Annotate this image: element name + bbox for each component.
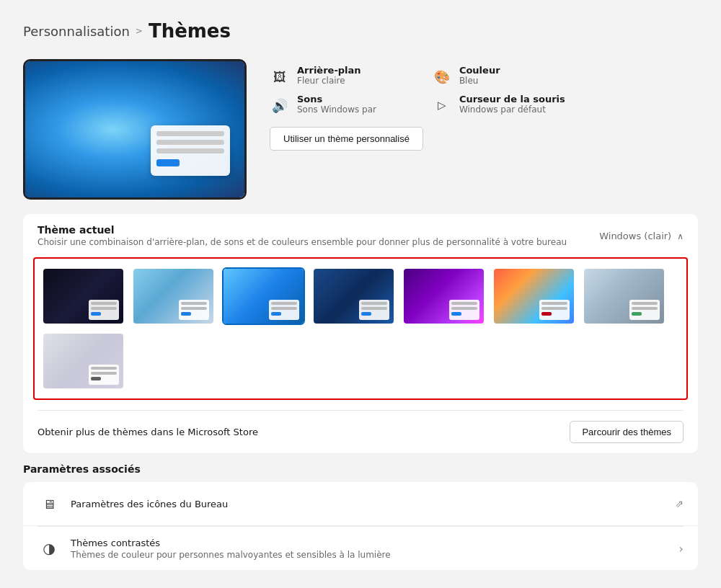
- mini-line-2: [91, 307, 117, 310]
- theme-item-4[interactable]: [312, 267, 395, 325]
- mini-btn: [91, 312, 101, 316]
- related-settings-card: Paramètres des icônes du Bureau Thèmes c…: [23, 482, 698, 570]
- background-label: Arrière-plan: [297, 65, 361, 76]
- contrast-themes-label: Thèmes contrastés: [71, 538, 679, 548]
- settings-info-container: Arrière-plan Fleur claire Couleur Bleu S…: [270, 59, 565, 151]
- theme-title: Thème actuel: [37, 224, 567, 236]
- cursor-text: Curseur de la souris Windows par défaut: [459, 94, 565, 115]
- preview-window-btn: [156, 159, 180, 166]
- desktop-icons-label: Paramètres des icônes du Bureau: [71, 499, 675, 509]
- background-icon: [270, 66, 290, 86]
- contrast-themes-sub: Thèmes de couleur pour personnes malvoya…: [71, 550, 679, 560]
- mini-btn: [541, 312, 552, 316]
- mini-line-1: [451, 302, 477, 305]
- cursor-icon: [432, 95, 452, 115]
- browse-themes-button[interactable]: Parcourir des thèmes: [570, 421, 684, 443]
- theme-item-3[interactable]: [222, 267, 305, 325]
- desktop-icons-content: Paramètres des icônes du Bureau: [71, 499, 675, 509]
- mini-btn: [451, 312, 461, 316]
- preview-window: [151, 125, 230, 176]
- setting-background[interactable]: Arrière-plan Fleur claire: [270, 65, 403, 86]
- theme-item-7[interactable]: [583, 267, 665, 325]
- mini-line-1: [91, 302, 117, 305]
- theme-header: Thème actuel Choisir une combinaison d'a…: [23, 214, 698, 253]
- list-item-desktop-icons[interactable]: Paramètres des icônes du Bureau: [23, 482, 698, 526]
- settings-info-grid: Arrière-plan Fleur claire Couleur Bleu S…: [270, 59, 565, 115]
- color-value: Bleu: [459, 76, 500, 86]
- setting-sounds[interactable]: Sons Sons Windows par: [270, 94, 403, 115]
- mini-btn: [361, 312, 371, 316]
- preview-inner: [25, 61, 244, 197]
- theme-item-6[interactable]: [492, 267, 575, 325]
- mini-window-2: [179, 300, 209, 320]
- list-item-contrast-themes[interactable]: Thèmes contrastés Thèmes de couleur pour…: [23, 527, 698, 570]
- mini-line-1: [632, 302, 658, 305]
- theme-item-5[interactable]: [402, 267, 485, 325]
- sounds-label: Sons: [297, 94, 376, 104]
- background-value: Fleur claire: [297, 76, 361, 86]
- mini-line-1: [181, 302, 207, 305]
- theme-subtitle: Choisir une combinaison d'arrière-plan, …: [37, 237, 567, 247]
- mini-line-1: [541, 302, 567, 305]
- breadcrumb-separator: >: [136, 26, 143, 36]
- background-text: Arrière-plan Fleur claire: [297, 65, 361, 86]
- collapse-icon[interactable]: [677, 230, 684, 241]
- theme-header-left: Thème actuel Choisir une combinaison d'a…: [37, 224, 567, 247]
- custom-theme-button[interactable]: Utiliser un thème personnalisé: [270, 127, 423, 151]
- color-icon: [432, 66, 452, 86]
- mini-window-1: [89, 300, 119, 320]
- mini-line-2: [361, 307, 387, 310]
- color-label: Couleur: [459, 65, 500, 76]
- mini-window-4: [359, 300, 389, 320]
- preview-line-2: [156, 140, 224, 145]
- breadcrumb-current: Thèmes: [149, 20, 231, 42]
- cursor-value: Windows par défaut: [459, 104, 565, 115]
- external-link-icon: [675, 498, 684, 509]
- theme-item-1[interactable]: [42, 267, 125, 325]
- theme-actual-card: Thème actuel Choisir une combinaison d'a…: [23, 214, 698, 453]
- setting-color[interactable]: Couleur Bleu: [432, 65, 565, 86]
- mini-btn: [271, 312, 281, 316]
- mini-window-5: [449, 300, 479, 320]
- chevron-right-icon: [679, 542, 684, 556]
- store-text: Obtenir plus de thèmes dans le Microsoft…: [37, 427, 258, 437]
- sounds-value: Sons Windows par: [297, 104, 376, 115]
- sounds-text: Sons Sons Windows par: [297, 94, 376, 115]
- themes-grid-wrapper: [33, 257, 688, 400]
- breadcrumb: Personnalisation > Thèmes: [23, 20, 698, 42]
- mini-window-8: [89, 365, 119, 385]
- current-theme-label: Windows (clair): [599, 231, 671, 241]
- theme-item-8[interactable]: [42, 332, 125, 390]
- mini-window-7: [629, 300, 660, 320]
- monitor-icon: [37, 492, 61, 515]
- mini-btn: [181, 312, 191, 316]
- mini-btn: [91, 377, 101, 380]
- cursor-label: Curseur de la souris: [459, 94, 565, 104]
- theme-header-right[interactable]: Windows (clair): [599, 230, 684, 241]
- themes-grid: [42, 267, 679, 390]
- top-section: Arrière-plan Fleur claire Couleur Bleu S…: [23, 59, 698, 200]
- setting-cursor[interactable]: Curseur de la souris Windows par défaut: [432, 94, 565, 115]
- store-row: Obtenir plus de thèmes dans le Microsoft…: [23, 411, 698, 453]
- theme-item-2[interactable]: [132, 267, 215, 325]
- breadcrumb-parent[interactable]: Personnalisation: [23, 24, 130, 39]
- color-text: Couleur Bleu: [459, 65, 500, 86]
- halfcircle-icon: [37, 537, 61, 560]
- mini-line-2: [271, 307, 297, 310]
- mini-line-1: [361, 302, 387, 305]
- mini-line-1: [91, 367, 117, 370]
- preview-line-1: [156, 131, 224, 136]
- mini-window-3: [269, 300, 299, 320]
- mini-line-2: [541, 307, 567, 310]
- theme-preview: [23, 59, 247, 200]
- mini-line-2: [451, 307, 477, 310]
- mini-line-2: [181, 307, 207, 310]
- mini-line-2: [91, 372, 117, 375]
- mini-btn: [632, 312, 642, 316]
- mini-line-1: [271, 302, 297, 305]
- mini-window-6: [539, 300, 570, 320]
- preview-line-3: [156, 148, 224, 153]
- related-section-title: Paramètres associés: [23, 463, 698, 475]
- contrast-themes-content: Thèmes contrastés Thèmes de couleur pour…: [71, 538, 679, 560]
- sounds-icon: [270, 95, 290, 115]
